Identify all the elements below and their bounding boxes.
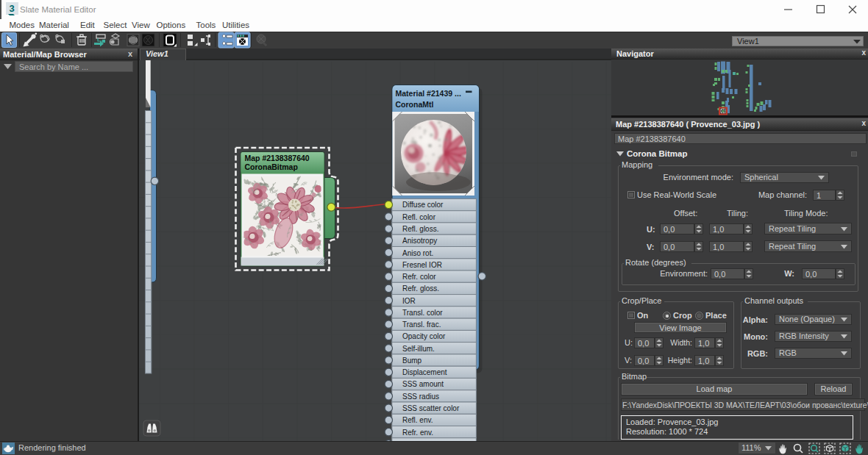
svg-text:Transl. color: Transl. color	[402, 309, 443, 317]
svg-text:Map #2138387640: Map #2138387640	[245, 154, 310, 162]
svg-text:IOR: IOR	[402, 297, 416, 305]
svg-text:Refl. gloss.: Refl. gloss.	[402, 225, 438, 233]
svg-text:CoronaMtl: CoronaMtl	[396, 100, 434, 109]
svg-text:Anisotropy: Anisotropy	[402, 237, 437, 245]
svg-text:Displacement: Displacement	[402, 368, 447, 376]
svg-text:Refl. env.: Refl. env.	[402, 416, 433, 424]
svg-text:Refr. gloss.: Refr. gloss.	[402, 284, 439, 293]
svg-text:CoronaBitmap: CoronaBitmap	[245, 162, 298, 171]
svg-text:3: 3	[9, 3, 14, 14]
svg-text:SSS amount: SSS amount	[402, 380, 444, 388]
svg-text:Refl. color: Refl. color	[402, 213, 436, 221]
svg-text:Opacity color: Opacity color	[402, 332, 446, 340]
svg-text:SSS radius: SSS radius	[402, 393, 439, 401]
svg-text:Refr. color: Refr. color	[402, 273, 436, 281]
svg-text:SSS scatter color: SSS scatter color	[402, 404, 460, 412]
svg-text:Aniso rot.: Aniso rot.	[402, 249, 433, 257]
svg-text:Fresnel IOR: Fresnel IOR	[402, 261, 442, 269]
svg-text:Diffuse color: Diffuse color	[402, 201, 444, 209]
svg-text:Self-illum.: Self-illum.	[402, 345, 435, 353]
svg-text:Bump: Bump	[402, 357, 422, 365]
svg-text:Material #21439 ...: Material #21439 ...	[396, 89, 461, 98]
svg-text:Refr. env.: Refr. env.	[402, 429, 433, 437]
svg-text:Transl. frac.: Transl. frac.	[402, 320, 441, 329]
